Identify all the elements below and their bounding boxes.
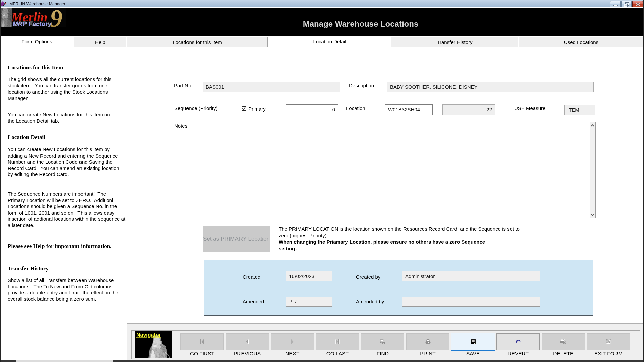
svg-text:Navigator: Navigator bbox=[136, 332, 161, 338]
